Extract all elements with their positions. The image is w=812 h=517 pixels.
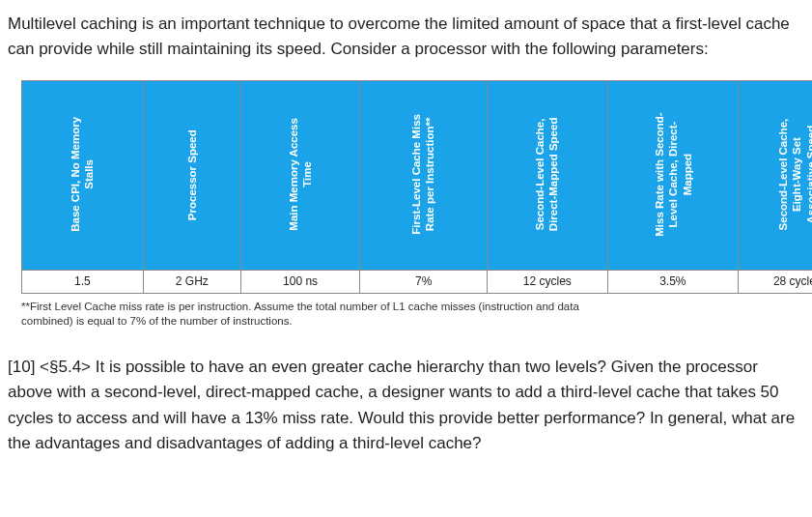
- cell-l2-8way-speed: 28 cycles: [739, 270, 812, 293]
- header-l2-8way-speed: Second-Level Cache,Eight-Way SetAssociat…: [739, 80, 812, 270]
- cell-l1-miss-rate: 7%: [360, 270, 488, 293]
- header-label: Main Memory AccessTime: [287, 118, 315, 231]
- cell-base-cpi: 1.5: [22, 270, 144, 293]
- header-processor-speed: Processor Speed: [143, 80, 240, 270]
- cell-l2-direct-miss-rate: 3.5%: [607, 270, 738, 293]
- parameters-table: Base CPI, No MemoryStalls Processor Spee…: [21, 80, 812, 294]
- cell-processor-speed: 2 GHz: [143, 270, 240, 293]
- table-header-row: Base CPI, No MemoryStalls Processor Spee…: [22, 80, 813, 270]
- intro-paragraph: Multilevel caching is an important techn…: [8, 12, 804, 63]
- header-label: Second-Level Cache,Eight-Way SetAssociat…: [776, 118, 812, 230]
- table-footnote: **First Level Cache miss rate is per ins…: [21, 300, 620, 330]
- header-l2-direct-speed: Second-Level Cache,Direct-Mapped Speed: [488, 80, 608, 270]
- header-label: Base CPI, No MemoryStalls: [69, 117, 97, 232]
- header-label: First-Level Cache MissRate per Instructi…: [409, 114, 437, 235]
- header-l2-direct-miss-rate: Miss Rate with Second-Level Cache, Direc…: [607, 80, 738, 270]
- question-paragraph: [10] <§5.4> It is possible to have an ev…: [8, 355, 804, 456]
- header-l1-miss-rate: First-Level Cache MissRate per Instructi…: [360, 80, 488, 270]
- table-row: 1.5 2 GHz 100 ns 7% 12 cycles 3.5% 28 cy…: [22, 270, 813, 293]
- header-label: Miss Rate with Second-Level Cache, Direc…: [652, 112, 693, 236]
- header-label: Second-Level Cache,Direct-Mapped Speed: [533, 117, 561, 231]
- header-label: Processor Speed: [185, 129, 199, 220]
- header-main-memory-access-time: Main Memory AccessTime: [240, 80, 360, 270]
- header-base-cpi: Base CPI, No MemoryStalls: [22, 80, 144, 270]
- cell-l2-direct-speed: 12 cycles: [488, 270, 608, 293]
- parameters-table-container: Base CPI, No MemoryStalls Processor Spee…: [21, 80, 804, 294]
- cell-main-memory-access-time: 100 ns: [240, 270, 360, 293]
